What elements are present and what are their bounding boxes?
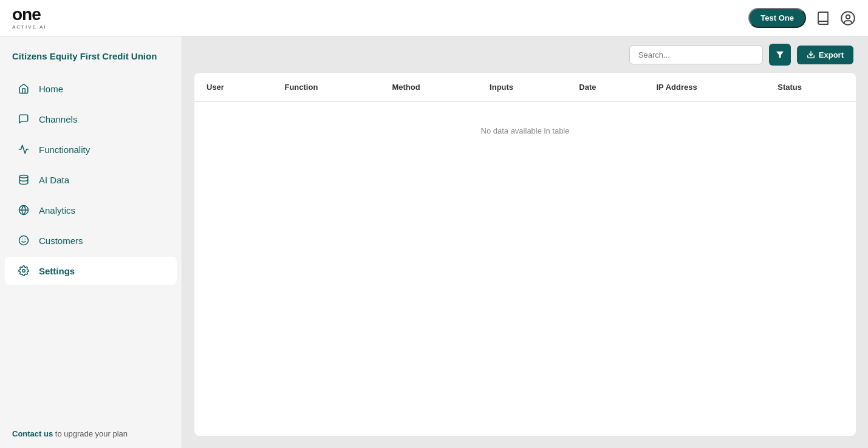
sidebar-item-ai-data-label: AI Data bbox=[39, 175, 69, 185]
sidebar-item-channels[interactable]: Channels bbox=[5, 105, 177, 133]
customers-icon bbox=[17, 235, 30, 246]
contact-us-link[interactable]: Contact us bbox=[12, 429, 53, 438]
filter-icon bbox=[775, 50, 785, 59]
col-ip-address: IP Address bbox=[644, 73, 765, 102]
ai-data-icon bbox=[17, 174, 30, 185]
user-profile-button[interactable] bbox=[840, 10, 856, 26]
col-user: User bbox=[194, 73, 272, 102]
logo-sub: ACTIVE.AI bbox=[12, 24, 47, 30]
sidebar-footer: Contact us to upgrade your plan bbox=[0, 419, 182, 448]
sidebar-item-functionality[interactable]: Functionality bbox=[5, 135, 177, 163]
sidebar-item-ai-data[interactable]: AI Data bbox=[5, 166, 177, 194]
col-function: Function bbox=[272, 73, 380, 102]
sidebar: Citizens Equity First Credit Union Home … bbox=[0, 36, 182, 448]
channels-icon bbox=[17, 114, 30, 124]
settings-icon bbox=[17, 265, 30, 276]
book-icon bbox=[816, 11, 830, 25]
user-badge-button[interactable]: Test One bbox=[748, 8, 806, 28]
sidebar-item-settings[interactable]: Settings bbox=[5, 257, 177, 285]
col-inputs: Inputs bbox=[477, 73, 567, 102]
sidebar-item-home[interactable]: Home bbox=[5, 75, 177, 103]
svg-point-0 bbox=[841, 12, 855, 25]
logo-area: one ACTIVE.AI bbox=[12, 6, 47, 30]
content-toolbar: Export bbox=[182, 36, 868, 73]
export-icon bbox=[807, 50, 815, 59]
docs-icon-button[interactable] bbox=[816, 11, 830, 25]
logo-text: one bbox=[12, 6, 47, 23]
table-container: User Function Method Inputs Date IP Addr… bbox=[194, 73, 856, 436]
sidebar-item-customers[interactable]: Customers bbox=[5, 226, 177, 254]
table-header-row: User Function Method Inputs Date IP Addr… bbox=[194, 73, 856, 102]
empty-row: No data available in table bbox=[194, 102, 856, 160]
top-header: one ACTIVE.AI Test One bbox=[0, 0, 868, 36]
sidebar-item-analytics[interactable]: Analytics bbox=[5, 196, 177, 224]
footer-suffix-text: to upgrade your plan bbox=[53, 429, 128, 438]
export-label: Export bbox=[819, 50, 844, 59]
sidebar-item-customers-label: Customers bbox=[39, 236, 83, 246]
sidebar-item-analytics-label: Analytics bbox=[39, 205, 75, 216]
filter-button[interactable] bbox=[769, 44, 791, 66]
analytics-icon bbox=[17, 205, 30, 216]
search-input[interactable] bbox=[629, 46, 763, 64]
sidebar-item-channels-label: Channels bbox=[39, 114, 77, 124]
empty-message: No data available in table bbox=[194, 102, 856, 160]
main-layout: Citizens Equity First Credit Union Home … bbox=[0, 36, 868, 448]
export-button[interactable]: Export bbox=[797, 46, 853, 64]
sidebar-item-home-label: Home bbox=[39, 84, 63, 94]
header-right: Test One bbox=[748, 8, 856, 28]
svg-marker-8 bbox=[776, 52, 784, 58]
col-date: Date bbox=[567, 73, 644, 102]
col-status: Status bbox=[765, 73, 856, 102]
svg-point-7 bbox=[22, 270, 26, 273]
svg-point-1 bbox=[19, 175, 28, 178]
col-method: Method bbox=[380, 73, 477, 102]
home-icon bbox=[17, 83, 30, 94]
svg-point-4 bbox=[19, 236, 29, 245]
content-area: Export User Function Method Inputs Date … bbox=[182, 36, 868, 448]
user-circle-icon bbox=[840, 10, 856, 26]
functionality-icon bbox=[17, 144, 30, 155]
data-table: User Function Method Inputs Date IP Addr… bbox=[194, 73, 856, 160]
org-name: Citizens Equity First Credit Union bbox=[0, 46, 182, 73]
sidebar-item-functionality-label: Functionality bbox=[39, 144, 90, 155]
sidebar-item-settings-label: Settings bbox=[39, 266, 75, 276]
